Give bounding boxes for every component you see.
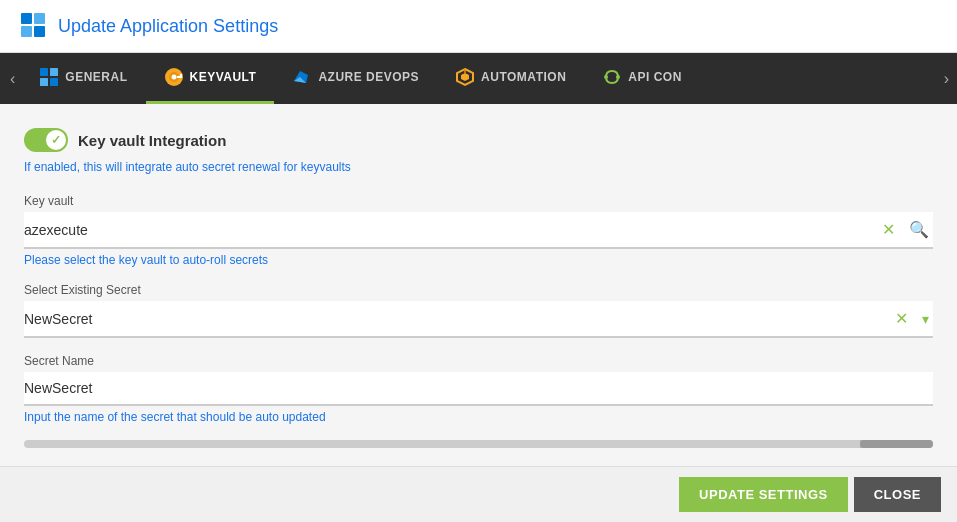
svg-rect-11 [177, 76, 182, 78]
tab-api-con[interactable]: API CON [584, 53, 700, 104]
tab-general-label: GENERAL [65, 70, 127, 84]
toggle-check-icon: ✓ [51, 133, 61, 147]
key-vault-input-wrapper: ✕ 🔍 [24, 212, 933, 249]
tab-prev-btn[interactable]: ‹ [4, 55, 21, 103]
toggle-label: Key vault Integration [78, 132, 226, 149]
main-area: ‹ GENERAL KEYVAULT [0, 53, 957, 466]
toggle-description: If enabled, this will integrate auto sec… [24, 160, 933, 174]
secret-name-field-group: Secret Name Input the name of the secret… [24, 354, 933, 424]
key-vault-field-group: Key vault ✕ 🔍 Please select the key vaul… [24, 194, 933, 267]
toggle-row: ✓ Key vault Integration [24, 128, 933, 152]
keyvault-toggle[interactable]: ✓ [24, 128, 68, 152]
tab-devops-label: AZURE DEVOPS [318, 70, 419, 84]
svg-point-10 [171, 75, 176, 80]
key-vault-clear-icon[interactable]: ✕ [878, 220, 899, 239]
secret-name-input-wrapper [24, 372, 933, 406]
svg-point-17 [616, 75, 620, 79]
select-secret-label: Select Existing Secret [24, 283, 933, 297]
app-header: Update Application Settings [0, 0, 957, 53]
svg-rect-2 [21, 26, 32, 37]
tabs-bar: ‹ GENERAL KEYVAULT [0, 53, 957, 104]
key-vault-label: Key vault [24, 194, 933, 208]
tab-next-btn[interactable]: › [940, 70, 953, 88]
footer: UPDATE SETTINGS CLOSE [0, 466, 957, 522]
azure-apps-icon [20, 12, 48, 40]
svg-rect-7 [50, 78, 58, 86]
tab-keyvault[interactable]: KEYVAULT [146, 53, 275, 104]
automation-icon [455, 67, 475, 87]
scroll-thumb[interactable] [860, 440, 933, 448]
api-icon [602, 67, 622, 87]
key-vault-hint: Please select the key vault to auto-roll… [24, 253, 933, 267]
app-header-title: Update Application Settings [58, 16, 278, 37]
tab-keyvault-label: KEYVAULT [190, 70, 257, 84]
svg-rect-3 [34, 26, 45, 37]
secret-name-input[interactable] [24, 380, 933, 396]
keyvault-icon [164, 67, 184, 87]
close-button[interactable]: CLOSE [854, 477, 941, 512]
chevron-down-icon[interactable]: ▾ [918, 311, 933, 327]
svg-rect-4 [40, 68, 48, 76]
svg-rect-5 [50, 68, 58, 76]
svg-rect-0 [21, 13, 32, 24]
svg-point-16 [604, 75, 608, 79]
tab-automation[interactable]: AUTOMATION [437, 53, 584, 104]
tab-automation-label: AUTOMATION [481, 70, 566, 84]
key-vault-input[interactable] [24, 222, 872, 238]
tab-azure-devops[interactable]: AZURE DEVOPS [274, 53, 437, 104]
select-secret-clear-icon[interactable]: ✕ [891, 309, 912, 328]
content-panel: ✓ Key vault Integration If enabled, this… [0, 104, 957, 466]
select-secret-value: NewSecret [24, 311, 885, 327]
general-icon [39, 67, 59, 87]
svg-marker-14 [461, 73, 469, 81]
select-secret-field-group: Select Existing Secret NewSecret ✕ ▾ [24, 283, 933, 338]
tab-api-con-label: API CON [628, 70, 682, 84]
devops-icon [292, 67, 312, 87]
tab-general[interactable]: GENERAL [21, 53, 145, 104]
svg-rect-6 [40, 78, 48, 86]
select-secret-wrapper[interactable]: NewSecret ✕ ▾ [24, 301, 933, 338]
secret-name-label: Secret Name [24, 354, 933, 368]
svg-rect-12 [180, 74, 182, 76]
update-settings-button[interactable]: UPDATE SETTINGS [679, 477, 848, 512]
svg-rect-1 [34, 13, 45, 24]
secret-name-hint: Input the name of the secret that should… [24, 410, 933, 424]
scroll-indicator [24, 440, 933, 448]
key-vault-search-icon[interactable]: 🔍 [905, 220, 933, 239]
